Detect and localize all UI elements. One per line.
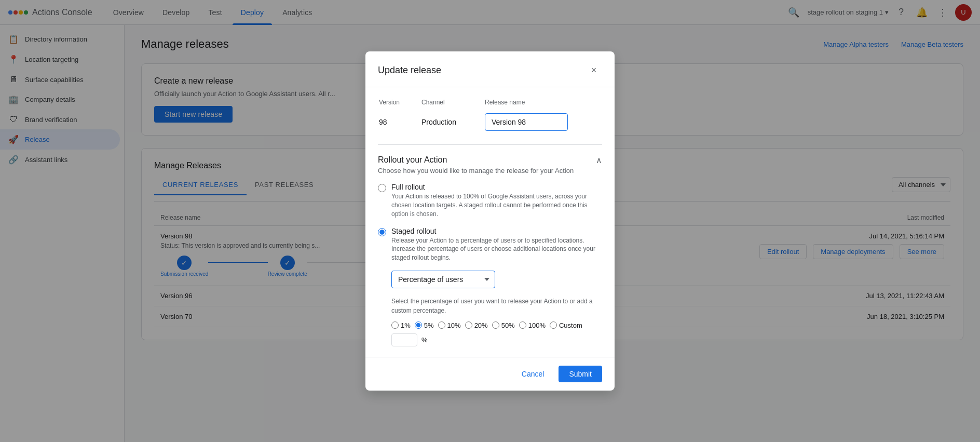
pct-radio-50[interactable] xyxy=(492,322,499,329)
pct-custom-input[interactable] xyxy=(391,333,417,346)
pct-radio-5[interactable] xyxy=(415,322,422,329)
version-table: Version Channel Release name 98 Producti… xyxy=(378,98,602,134)
pct-label-20: 20% xyxy=(474,322,488,329)
rollout-header: Rollout your Action Choose how you would… xyxy=(378,155,602,175)
release-name-input[interactable] xyxy=(485,113,568,131)
staged-rollout-option: Staged rollout Release your Action to a … xyxy=(378,227,602,262)
dialog-header: Update release × xyxy=(365,51,615,87)
pct-option-50[interactable]: 50% xyxy=(492,322,515,329)
pct-radio-20[interactable] xyxy=(465,322,472,329)
pct-percent-sign: % xyxy=(421,336,428,344)
pct-option-20[interactable]: 20% xyxy=(465,322,488,329)
pct-label-5: 5% xyxy=(424,322,434,329)
staged-rollout-label: Staged rollout xyxy=(391,227,602,235)
pct-option-5[interactable]: 5% xyxy=(415,322,434,329)
rollout-title: Rollout your Action xyxy=(378,155,574,165)
staged-rollout-radio[interactable] xyxy=(378,228,386,236)
pct-option-100[interactable]: 100% xyxy=(519,322,546,329)
pct-option-1[interactable]: 1% xyxy=(391,322,411,329)
cancel-button[interactable]: Cancel xyxy=(513,366,553,382)
version-col-channel: Channel xyxy=(421,99,484,110)
version-col-version: Version xyxy=(379,99,420,110)
dialog-body: Version Channel Release name 98 Producti… xyxy=(365,87,615,357)
pct-radio-custom[interactable] xyxy=(550,322,557,329)
full-rollout-option: Full rollout Your Action is released to … xyxy=(378,183,602,218)
pct-label-10: 10% xyxy=(447,322,461,329)
version-channel: Production xyxy=(421,111,484,133)
submit-button[interactable]: Submit xyxy=(559,366,602,382)
version-number: 98 xyxy=(379,111,420,133)
rollout-chevron-icon[interactable]: ∧ xyxy=(596,155,602,165)
rollout-desc: Choose how you would like to manage the … xyxy=(378,167,574,175)
percentage-desc: Select the percentage of user you want t… xyxy=(391,297,602,315)
pct-label-50: 50% xyxy=(501,322,515,329)
dialog-close-button[interactable]: × xyxy=(586,62,602,78)
percentage-section: Select the percentage of user you want t… xyxy=(391,297,602,346)
dialog-title: Update release xyxy=(378,65,441,76)
rollout-section: Rollout your Action Choose how you would… xyxy=(378,144,602,346)
pct-label-custom: Custom xyxy=(559,322,582,329)
pct-radio-100[interactable] xyxy=(519,322,526,329)
pct-option-10[interactable]: 10% xyxy=(438,322,461,329)
percentage-options: 1% 5% 10% 20% xyxy=(391,322,602,346)
version-col-release-name: Release name xyxy=(485,99,601,110)
full-rollout-label: Full rollout xyxy=(391,183,602,191)
dialog-overlay: Update release × Version Channel Release… xyxy=(0,0,980,442)
full-rollout-radio[interactable] xyxy=(378,184,386,192)
dialog-footer: Cancel Submit xyxy=(365,357,615,391)
pct-radio-10[interactable] xyxy=(438,322,445,329)
rollout-type-dropdown[interactable]: Percentage of users Specific locations xyxy=(391,271,495,288)
pct-label-100: 100% xyxy=(528,322,546,329)
pct-option-custom[interactable]: Custom xyxy=(550,322,582,329)
full-rollout-desc: Your Action is released to 100% of Googl… xyxy=(391,192,602,218)
staged-rollout-desc: Release your Action to a percentage of u… xyxy=(391,236,602,262)
pct-label-1: 1% xyxy=(401,322,411,329)
update-release-dialog: Update release × Version Channel Release… xyxy=(365,51,615,391)
pct-radio-1[interactable] xyxy=(391,322,399,329)
